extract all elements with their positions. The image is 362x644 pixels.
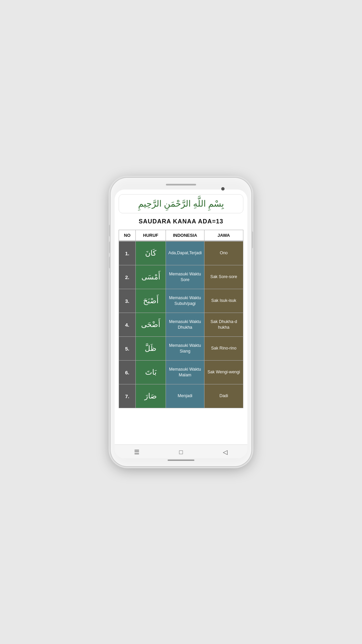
cell-indonesia: Memasuki Waktu Siang: [166, 337, 204, 360]
cell-jawa: Ono: [204, 241, 243, 265]
cell-jawa: Sak Isuk-isuk: [204, 289, 243, 313]
bismillah-box: بِسْمِ اللَّهِ الرَّحْمَنِ الرَّحِيمِ: [119, 194, 243, 213]
table-row: 5. ظَلَّ Memasuki Waktu Siang Sak Rino-r…: [119, 336, 243, 360]
table-row: 4. أَضْحَى Memasuki Waktu Dhukha Sak Dhu…: [119, 313, 243, 336]
cell-no: 6.: [119, 361, 136, 384]
cell-indonesia: Memasuki Waktu Subuh/pagi: [166, 289, 204, 313]
cell-jawa: Sak Wengi-wengi: [204, 361, 243, 384]
cell-indonesia: Ada,Dapat,Terjadi: [166, 241, 204, 265]
cell-no: 7.: [119, 384, 136, 408]
cell-huruf: صَارَ: [136, 384, 166, 408]
cell-huruf: أَضْحَى: [136, 313, 166, 336]
cell-no: 5.: [119, 337, 136, 360]
bottom-bar: [168, 460, 194, 461]
header-jawa: JAWA: [204, 230, 243, 240]
page-title: SAUDARA KANAA ADA=13: [119, 218, 243, 225]
cell-huruf: ظَلَّ: [136, 337, 166, 360]
cell-indonesia: Memasuki Waktu Sore: [166, 265, 204, 289]
menu-icon[interactable]: ☰: [132, 447, 141, 457]
cell-indonesia: Memasuki Waktu Dhukha: [166, 313, 204, 336]
cell-jawa: Sak Sore-sore: [204, 265, 243, 289]
cell-indonesia: Memasuki Waktu Malam: [166, 361, 204, 384]
cell-huruf: كَانَ: [136, 241, 166, 265]
bismillah-text: بِسْمِ اللَّهِ الرَّحْمَنِ الرَّحِيمِ: [138, 199, 224, 209]
header-indonesia: INDONESIA: [166, 230, 204, 240]
table-row: 3. أَصْبَحَ Memasuki Waktu Subuh/pagi Sa…: [119, 289, 243, 313]
table-row: 2. أَمْسَى Memasuki Waktu Sore Sak Sore-…: [119, 265, 243, 289]
cell-huruf: بَاتَ: [136, 361, 166, 384]
cell-indonesia: Menjadi: [166, 384, 204, 408]
cell-jawa: Sak Rino-rino: [204, 337, 243, 360]
header-no: NO: [119, 230, 136, 240]
screen: بِسْمِ اللَّهِ الرَّحْمَنِ الرَّحِيمِ SA…: [115, 190, 247, 458]
camera-dot: [221, 187, 225, 191]
cell-jawa: Sak Dhukha-d hukha: [204, 313, 243, 336]
cell-no: 3.: [119, 289, 136, 313]
table-row: 1. كَانَ Ada,Dapat,Terjadi Ono: [119, 241, 243, 265]
speaker-bar: [166, 184, 196, 185]
cell-no: 2.: [119, 265, 136, 289]
table-row: 7. صَارَ Menjadi Dadi: [119, 384, 243, 408]
header-huruf: HURUF: [136, 230, 166, 240]
vocab-table: NO HURUF INDONESIA JAWA 1. كَانَ Ada,Dap…: [119, 230, 243, 408]
cell-jawa: Dadi: [204, 384, 243, 408]
back-icon[interactable]: ◁: [221, 447, 230, 457]
table-body: 1. كَانَ Ada,Dapat,Terjadi Ono 2. أَمْسَ…: [119, 241, 243, 408]
phone-shell: بِسْمِ اللَّهِ الرَّحْمَنِ الرَّحِيمِ SA…: [111, 178, 251, 466]
screen-content: بِسْمِ اللَّهِ الرَّحْمَنِ الرَّحِيمِ SA…: [115, 190, 247, 444]
table-row: 6. بَاتَ Memasuki Waktu Malam Sak Wengi-…: [119, 360, 243, 384]
nav-bar: ☰ □ ◁: [115, 444, 247, 458]
cell-huruf: أَصْبَحَ: [136, 289, 166, 313]
cell-no: 4.: [119, 313, 136, 336]
cell-huruf: أَمْسَى: [136, 265, 166, 289]
home-icon[interactable]: □: [176, 447, 186, 457]
table-header-row: NO HURUF INDONESIA JAWA: [119, 230, 243, 241]
cell-no: 1.: [119, 241, 136, 265]
